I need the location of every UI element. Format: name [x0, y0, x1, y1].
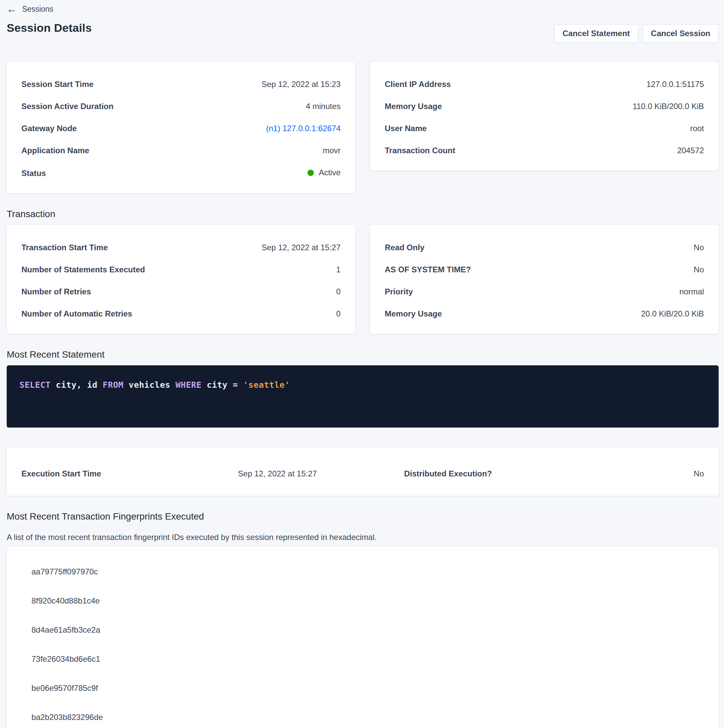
gateway-node-link[interactable]: (n1) 127.0.0.1:62674 [266, 124, 341, 133]
status-value: Active [319, 168, 341, 177]
sql-token-keyword: FROM [103, 380, 124, 390]
execution-start-time-value: Sep 12, 2022 at 15:27 [192, 469, 363, 479]
info-label: Session Active Duration [21, 102, 113, 111]
session-details-page: ← Sessions Session Details Cancel Statem… [0, 0, 724, 728]
cancel-session-button[interactable]: Cancel Session [643, 24, 719, 43]
transaction-memory-usage-value: 20.0 KiB/20.0 KiB [641, 309, 704, 318]
automatic-retries-value: 0 [336, 309, 341, 318]
info-row: Priority normal [385, 287, 704, 297]
distributed-execution-label: Distributed Execution? [363, 469, 533, 479]
info-row: Application Name movr [21, 146, 341, 155]
info-row: Number of Retries 0 [21, 287, 341, 297]
back-link-label: Sessions [22, 5, 53, 14]
fingerprints-section-heading: Most Recent Transaction Fingerprints Exe… [7, 511, 719, 522]
sql-token-keyword: SELECT [19, 380, 51, 390]
page-title: Session Details [7, 21, 92, 34]
info-label: Client IP Address [385, 80, 451, 89]
info-label: Gateway Node [21, 124, 77, 133]
info-row: Client IP Address 127.0.0.1:51175 [385, 80, 704, 89]
info-row: Gateway Node (n1) 127.0.0.1:62674 [21, 124, 341, 133]
transaction-count-value: 204572 [677, 146, 704, 155]
retries-value: 0 [336, 287, 341, 297]
distributed-execution-value: No [533, 469, 704, 479]
fingerprints-description: A list of the most recent transaction fi… [7, 532, 719, 542]
fingerprint-item: aa79775ff097970c [31, 567, 694, 576]
transaction-row: Transaction Start Time Sep 12, 2022 at 1… [7, 225, 719, 334]
info-row: Number of Automatic Retries 0 [21, 309, 341, 318]
back-to-sessions-link[interactable]: ← Sessions [7, 4, 53, 14]
client-ip-value: 127.0.0.1:51175 [646, 80, 704, 89]
sql-statement-box: SELECT city, id FROM vehicles WHERE city… [7, 366, 719, 428]
info-label: Application Name [21, 146, 89, 155]
sql-token-plain: vehicles [124, 380, 176, 390]
info-label: Memory Usage [385, 102, 442, 111]
sql-statement-code: SELECT city, id FROM vehicles WHERE city… [19, 380, 290, 390]
fingerprint-item: 8f920c40d88b1c4e [31, 596, 694, 605]
info-label: User Name [385, 124, 427, 133]
transaction-start-time-value: Sep 12, 2022 at 15:27 [262, 243, 341, 252]
fingerprint-item: 73fe26034bd6e6c1 [31, 655, 694, 664]
execution-start-time-label: Execution Start Time [21, 469, 192, 479]
info-label: Read Only [385, 243, 425, 252]
info-row: Session Start Time Sep 12, 2022 at 15:23 [21, 80, 341, 89]
sql-token-plain: city, id [51, 380, 103, 390]
fingerprints-card: aa79775ff097970c 8f920c40d88b1c4e 8d4ae6… [7, 547, 719, 728]
info-label: Priority [385, 287, 413, 297]
sql-token-keyword: WHERE [176, 380, 202, 390]
user-name-value: root [690, 124, 704, 133]
session-active-duration-value: 4 minutes [306, 102, 341, 111]
memory-usage-value: 110.0 KiB/200.0 KiB [633, 102, 704, 111]
read-only-value: No [693, 243, 704, 252]
info-label: Number of Automatic Retries [21, 309, 132, 318]
info-label: Session Start Time [21, 80, 94, 89]
info-row: AS OF SYSTEM TIME? No [385, 265, 704, 274]
statements-executed-value: 1 [336, 265, 341, 274]
fingerprint-item: be06e9570f785c9f [31, 684, 694, 693]
status-active-dot-icon [308, 170, 314, 176]
transaction-section-heading: Transaction [7, 209, 719, 219]
fingerprint-item: 8d4ae61a5fb3ce2a [31, 626, 694, 634]
info-row: Transaction Start Time Sep 12, 2022 at 1… [21, 243, 341, 252]
page-header: Session Details Cancel Statement Cancel … [7, 21, 719, 43]
session-start-time-value: Sep 12, 2022 at 15:23 [262, 80, 341, 89]
info-row: Status Active [21, 168, 341, 178]
transaction-card-left: Transaction Start Time Sep 12, 2022 at 1… [7, 225, 355, 334]
back-arrow-icon: ← [7, 4, 17, 14]
info-label: Memory Usage [385, 309, 442, 318]
fingerprint-item: ba2b203b823296de [31, 713, 694, 722]
priority-value: normal [680, 287, 704, 297]
application-name-value: movr [323, 146, 341, 155]
info-row: Session Active Duration 4 minutes [21, 102, 341, 111]
statement-section-heading: Most Recent Statement [7, 349, 719, 360]
info-label: Number of Statements Executed [21, 265, 145, 274]
info-row: Memory Usage 20.0 KiB/20.0 KiB [385, 309, 704, 318]
info-row: Transaction Count 204572 [385, 146, 704, 155]
info-label: AS OF SYSTEM TIME? [385, 265, 471, 274]
sql-token-string: 'seattle' [243, 380, 290, 390]
session-info-card-right: Client IP Address 127.0.0.1:51175 Memory… [370, 61, 719, 171]
cancel-statement-button[interactable]: Cancel Statement [554, 24, 638, 43]
status-badge: Active [308, 168, 341, 177]
session-summary-row: Session Start Time Sep 12, 2022 at 15:23… [7, 61, 719, 193]
info-label: Number of Retries [21, 287, 91, 297]
info-row: Memory Usage 110.0 KiB/200.0 KiB [385, 102, 704, 111]
transaction-card-right: Read Only No AS OF SYSTEM TIME? No Prior… [370, 225, 719, 334]
sql-token-plain: city = [201, 380, 243, 390]
header-actions: Cancel Statement Cancel Session [554, 24, 719, 43]
as-of-system-time-value: No [693, 265, 704, 274]
info-label: Transaction Count [385, 146, 455, 155]
execution-info-card: Execution Start Time Sep 12, 2022 at 15:… [7, 448, 719, 496]
info-row: Number of Statements Executed 1 [21, 265, 341, 274]
info-label: Transaction Start Time [21, 243, 108, 252]
info-row: Read Only No [385, 243, 704, 252]
info-row: User Name root [385, 124, 704, 133]
session-info-card-left: Session Start Time Sep 12, 2022 at 15:23… [7, 61, 355, 193]
info-label: Status [21, 168, 46, 178]
